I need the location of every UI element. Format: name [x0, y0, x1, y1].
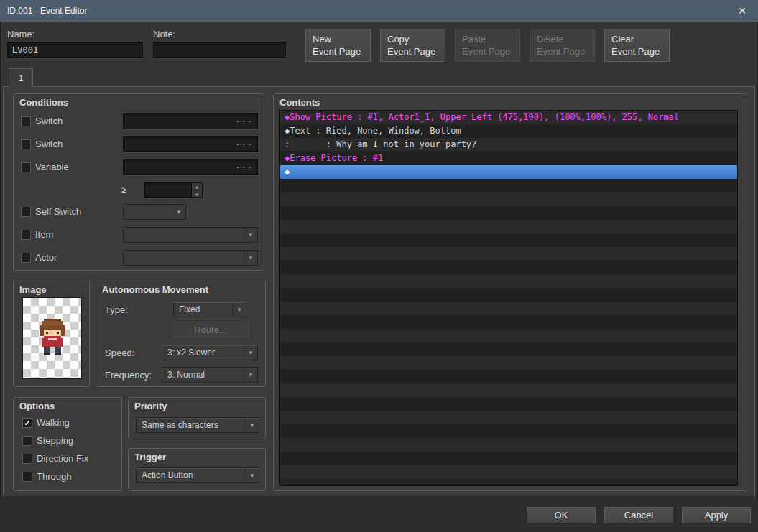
- contents-row[interactable]: [280, 274, 737, 288]
- contents-row[interactable]: [280, 452, 737, 465]
- character-image-box[interactable]: [22, 297, 82, 379]
- contents-row[interactable]: [280, 329, 737, 342]
- variable-label: Variable: [35, 162, 69, 172]
- item-checkbox[interactable]: ✓: [21, 230, 31, 240]
- switch1-checkbox[interactable]: ✓: [21, 116, 31, 126]
- movement-type-select[interactable]: Fixed ▼: [173, 302, 246, 317]
- contents-row[interactable]: [280, 370, 737, 383]
- contents-row[interactable]: [280, 411, 737, 424]
- contents-row[interactable]: [280, 397, 737, 411]
- copy-event-page-button[interactable]: Copy Event Page: [380, 29, 445, 62]
- spinner-buttons[interactable]: ▲ ▼: [191, 183, 202, 197]
- switch2-input[interactable]: ···: [123, 136, 258, 152]
- variable-input[interactable]: ···: [123, 159, 258, 175]
- contents-row[interactable]: [280, 438, 737, 452]
- note-input[interactable]: [153, 42, 286, 58]
- contents-row[interactable]: ◆Show Picture : #1, Actor1_1, Upper Left…: [280, 111, 737, 124]
- contents-row[interactable]: [280, 247, 737, 261]
- switch1-input[interactable]: ···: [123, 113, 258, 129]
- item-label: Item: [35, 229, 53, 240]
- name-label: Name:: [7, 29, 34, 39]
- contents-row[interactable]: ◆Text : Ried, None, Window, Bottom: [280, 124, 737, 138]
- options-group: Options ✓ Walking ✓ Stepping ✓ Direction…: [13, 397, 122, 491]
- gte-symbol: ≥: [121, 185, 126, 195]
- route-button[interactable]: Route...: [172, 322, 249, 337]
- variable-value-spinner[interactable]: ▲ ▼: [144, 182, 203, 198]
- contents-row[interactable]: [280, 424, 737, 438]
- contents-row[interactable]: ◆Erase Picture : #1: [280, 151, 737, 165]
- contents-row[interactable]: [280, 179, 737, 192]
- clear-event-page-button[interactable]: Clear Event Page: [604, 29, 670, 62]
- self-switch-checkbox[interactable]: ✓: [21, 207, 31, 217]
- switch2-checkbox[interactable]: ✓: [21, 139, 31, 149]
- contents-row[interactable]: [280, 383, 737, 397]
- contents-row[interactable]: [280, 233, 737, 247]
- trigger-select[interactable]: Action Button ▼: [136, 467, 259, 483]
- image-group: Image: [13, 281, 90, 387]
- button-label: Event Page: [611, 45, 669, 57]
- name-input[interactable]: [7, 42, 143, 58]
- close-icon[interactable]: ✕: [734, 5, 751, 17]
- contents-row[interactable]: [280, 356, 737, 370]
- stepping-checkbox[interactable]: ✓: [22, 436, 32, 446]
- through-checkbox[interactable]: ✓: [22, 472, 32, 482]
- contents-row[interactable]: [280, 261, 737, 274]
- contents-row[interactable]: [280, 315, 737, 329]
- contents-row[interactable]: [280, 192, 737, 206]
- priority-select[interactable]: Same as characters ▼: [136, 417, 259, 433]
- button-label: Delete: [537, 33, 594, 45]
- movement-frequency-select[interactable]: 3: Normal ▼: [162, 367, 258, 383]
- spin-up-icon[interactable]: ▲: [192, 183, 202, 191]
- button-label: Apply: [705, 510, 729, 521]
- new-event-page-button[interactable]: New Event Page: [305, 29, 371, 62]
- priority-group: Priority Same as characters ▼: [128, 397, 266, 439]
- autonomous-movement-title: Autonomous Movement: [102, 284, 208, 295]
- more-icon[interactable]: ···: [235, 162, 253, 172]
- contents-row[interactable]: : : Why am I not in your party?: [280, 138, 737, 151]
- selected-value: Action Button: [137, 470, 245, 480]
- button-label: Clear: [611, 33, 669, 45]
- button-label: Paste: [462, 33, 519, 45]
- button-label: Cancel: [624, 510, 653, 521]
- chevron-down-icon: ▼: [244, 345, 257, 360]
- contents-group: Contents ◆Show Picture : #1, Actor1_1, U…: [273, 93, 747, 491]
- button-label: Copy: [387, 33, 445, 45]
- actor-label: Actor: [35, 252, 57, 263]
- contents-row[interactable]: ◆: [280, 165, 737, 179]
- direction-fix-checkbox[interactable]: ✓: [22, 454, 32, 464]
- contents-row[interactable]: [280, 302, 737, 315]
- delete-event-page-button[interactable]: Delete Event Page: [530, 29, 595, 62]
- contents-row[interactable]: [280, 288, 737, 302]
- more-icon[interactable]: ···: [235, 139, 253, 149]
- spin-down-icon[interactable]: ▼: [192, 191, 202, 198]
- variable-checkbox[interactable]: ✓: [21, 162, 31, 172]
- tab-page-1[interactable]: 1: [9, 68, 33, 87]
- selected-value: Same as characters: [137, 420, 245, 430]
- button-label: Event Page: [313, 45, 370, 57]
- actor-select[interactable]: ▼: [123, 250, 258, 266]
- contents-title: Contents: [279, 97, 320, 108]
- conditions-group: Conditions ✓ Switch ··· ✓ Switch ··· ✓ V…: [13, 93, 264, 271]
- walking-checkbox[interactable]: ✓: [22, 418, 32, 428]
- chevron-down-icon: ▼: [244, 228, 257, 242]
- paste-event-page-button[interactable]: Paste Event Page: [455, 29, 520, 62]
- contents-row[interactable]: [280, 465, 737, 479]
- ok-button[interactable]: OK: [527, 507, 596, 523]
- apply-button[interactable]: Apply: [682, 507, 751, 523]
- actor-checkbox[interactable]: ✓: [21, 253, 31, 263]
- contents-row[interactable]: [280, 220, 737, 233]
- contents-row[interactable]: [280, 342, 737, 356]
- button-label: Event Page: [537, 45, 594, 57]
- contents-row[interactable]: [280, 206, 737, 220]
- stepping-label: Stepping: [37, 435, 73, 446]
- cancel-button[interactable]: Cancel: [604, 507, 673, 523]
- switch2-label: Switch: [35, 139, 63, 149]
- movement-speed-select[interactable]: 3: x2 Slower ▼: [162, 345, 258, 360]
- more-icon[interactable]: ···: [235, 116, 253, 126]
- trigger-group: Trigger Action Button ▼: [128, 448, 266, 491]
- item-select[interactable]: ▼: [123, 227, 258, 243]
- contents-list[interactable]: ◆Show Picture : #1, Actor1_1, Upper Left…: [279, 110, 738, 486]
- self-switch-select[interactable]: ▼: [123, 204, 186, 220]
- titlebar: ID:001 - Event Editor ✕: [0, 0, 758, 22]
- through-label: Through: [37, 471, 71, 482]
